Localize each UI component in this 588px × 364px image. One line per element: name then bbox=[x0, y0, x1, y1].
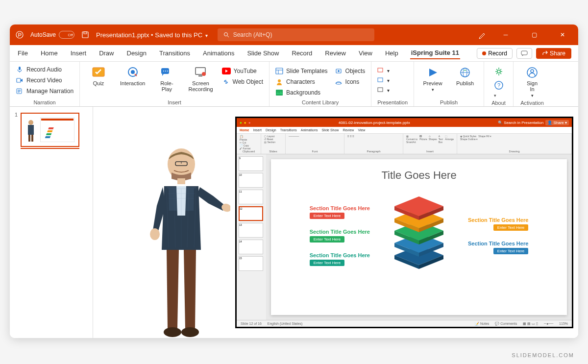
tab-design[interactable]: Design bbox=[126, 48, 147, 59]
powerpoint-icon bbox=[16, 31, 24, 39]
status-notes[interactable]: 📝 Notes bbox=[475, 322, 489, 326]
presentation-option-1[interactable]: ▾ bbox=[377, 67, 390, 74]
microphone-icon bbox=[16, 66, 24, 73]
webobject-button[interactable]: Web Object bbox=[222, 77, 263, 86]
backgrounds-button[interactable]: Backgrounds bbox=[275, 88, 328, 97]
publish-button[interactable]: Publish bbox=[452, 65, 478, 87]
presentation-option-2[interactable]: ▾ bbox=[377, 76, 390, 84]
view-buttons[interactable]: ▦ ▤ ▭ ▯ bbox=[523, 322, 538, 326]
signin-button[interactable]: Sign In▾ bbox=[519, 65, 545, 99]
objects-button[interactable]: Objects bbox=[335, 67, 366, 75]
presenter-character[interactable] bbox=[132, 142, 230, 338]
slide-title-text[interactable]: Title Goes Here bbox=[281, 169, 557, 182]
etab-home[interactable]: Home bbox=[240, 128, 249, 132]
etab-review[interactable]: Review bbox=[343, 128, 354, 132]
etab-view[interactable]: View bbox=[358, 128, 365, 132]
status-comments[interactable]: 💬 Comments bbox=[495, 322, 517, 326]
record-audio-button[interactable]: Record Audio bbox=[16, 65, 62, 74]
characters-button[interactable]: Characters bbox=[275, 77, 328, 86]
roleplay-button[interactable]: Role- Play bbox=[154, 65, 179, 93]
minimize-button[interactable]: ─ bbox=[496, 27, 515, 42]
svg-point-26 bbox=[278, 79, 281, 82]
ethumb-11[interactable]: 11 bbox=[239, 190, 263, 204]
tab-view[interactable]: View bbox=[358, 48, 373, 59]
tab-draw[interactable]: Draw bbox=[98, 48, 115, 59]
ethumb-9[interactable]: 9 bbox=[239, 156, 263, 171]
ribbon-group-insert: Quiz Interaction Role- Play Screen Recor… bbox=[80, 62, 270, 106]
record-dot-icon bbox=[482, 51, 486, 55]
svg-point-37 bbox=[497, 70, 500, 73]
etab-slideshow[interactable]: Slide Show bbox=[321, 128, 339, 132]
section-2[interactable]: Section Title Goes HereEnter Text Here bbox=[310, 229, 370, 243]
etab-animations[interactable]: Animations bbox=[301, 128, 318, 132]
app-window: AutoSave Off Presentation1.pptx • Saved … bbox=[10, 24, 578, 338]
search-bar[interactable]: Search (Alt+Q) bbox=[218, 28, 374, 41]
status-lang: English (United States) bbox=[268, 322, 303, 325]
etab-design[interactable]: Design bbox=[266, 128, 276, 132]
etab-insert[interactable]: Insert bbox=[253, 128, 262, 132]
embedded-powerpoint[interactable]: ●●● 4081-02-innovation-project-template.… bbox=[235, 117, 573, 328]
record-video-button[interactable]: Record Video bbox=[16, 75, 62, 85]
help-button[interactable]: ?▾ bbox=[494, 80, 504, 99]
embedded-share[interactable]: 👤 Share ▾ bbox=[545, 120, 569, 125]
svg-point-29 bbox=[338, 70, 340, 72]
youtube-button[interactable]: YouTube bbox=[222, 67, 263, 75]
quiz-button[interactable]: Quiz bbox=[86, 65, 111, 87]
tab-review[interactable]: Review bbox=[324, 48, 347, 59]
embedded-search[interactable]: 🔍 Search in Presentation bbox=[498, 121, 543, 125]
tab-file[interactable]: File bbox=[17, 48, 29, 59]
slide-thumbnail[interactable] bbox=[21, 113, 79, 147]
ethumb-12[interactable]: 12 bbox=[239, 206, 263, 221]
section-3[interactable]: Section Title Goes HereEnter Text Here bbox=[310, 252, 370, 266]
ribbon-group-narration: Record Audio Record Video Manage Narrati… bbox=[10, 62, 80, 106]
tab-help[interactable]: Help bbox=[384, 48, 399, 59]
slide-editor[interactable]: ●●● 4081-02-innovation-project-template.… bbox=[93, 107, 578, 338]
ethumb-13[interactable]: 13 bbox=[239, 223, 263, 238]
interaction-button[interactable]: Interaction bbox=[118, 65, 147, 87]
autosave-toggle[interactable]: AutoSave Off bbox=[30, 31, 74, 39]
svg-point-21 bbox=[202, 72, 206, 76]
slide-canvas: ●●● 4081-02-innovation-project-template.… bbox=[93, 107, 578, 338]
ethumb-14[interactable]: 14 bbox=[239, 240, 263, 254]
tab-animations[interactable]: Animations bbox=[202, 48, 235, 59]
share-button[interactable]: Share bbox=[536, 48, 571, 59]
ethumb-10[interactable]: 10 bbox=[239, 173, 263, 188]
svg-rect-44 bbox=[28, 135, 30, 142]
embedded-slide-content[interactable]: Title Goes Here Section Title Goes HereE… bbox=[271, 159, 567, 315]
section-5[interactable]: Section Title Goes HereEnter Text Here bbox=[468, 241, 528, 254]
settings-button[interactable] bbox=[494, 67, 504, 76]
zoom-slider[interactable]: ─●── bbox=[544, 322, 553, 325]
embedded-tabs: Home Insert Design Transitions Animation… bbox=[237, 127, 572, 134]
close-button[interactable]: ✕ bbox=[553, 27, 572, 42]
svg-point-30 bbox=[336, 82, 342, 84]
svg-point-41 bbox=[531, 70, 534, 73]
tab-ispring[interactable]: iSpring Suite 11 bbox=[410, 47, 460, 59]
embedded-thumbnails[interactable]: 9 10 11 12 13 14 15 bbox=[237, 154, 266, 320]
preview-button[interactable]: Preview▾ bbox=[420, 65, 445, 93]
svg-rect-46 bbox=[40, 118, 74, 142]
etab-transitions[interactable]: Transitions bbox=[280, 128, 297, 132]
tab-home[interactable]: Home bbox=[40, 48, 59, 59]
screen-recording-button[interactable]: Screen Recording bbox=[186, 65, 215, 93]
stacked-diagram[interactable] bbox=[380, 192, 458, 280]
pen-icon[interactable] bbox=[478, 30, 487, 39]
manage-narration-button[interactable]: Manage Narration bbox=[16, 86, 74, 96]
ethumb-15[interactable]: 15 bbox=[239, 256, 263, 271]
tab-slideshow[interactable]: Slide Show bbox=[246, 48, 280, 59]
player-icon bbox=[377, 87, 384, 93]
record-button[interactable]: Record bbox=[477, 48, 513, 59]
section-4[interactable]: Section Title Goes HereEnter Text Here bbox=[468, 217, 528, 231]
tab-record[interactable]: Record bbox=[291, 48, 313, 59]
maximize-button[interactable]: ▢ bbox=[524, 27, 544, 42]
section-1[interactable]: Section Title Goes HereEnter Text Here bbox=[310, 205, 370, 219]
share-icon bbox=[542, 50, 548, 56]
comments-button[interactable] bbox=[516, 48, 532, 59]
quiz-icon bbox=[92, 66, 105, 79]
save-icon[interactable] bbox=[81, 31, 89, 39]
thumbnail-panel[interactable]: 1 bbox=[10, 107, 93, 338]
tab-insert[interactable]: Insert bbox=[70, 48, 88, 59]
tab-transitions[interactable]: Transitions bbox=[158, 48, 191, 59]
icons-button[interactable]: Icons bbox=[335, 77, 366, 86]
presentation-option-3[interactable]: ▾ bbox=[377, 86, 390, 94]
slide-templates-button[interactable]: Slide Templates bbox=[275, 67, 328, 75]
